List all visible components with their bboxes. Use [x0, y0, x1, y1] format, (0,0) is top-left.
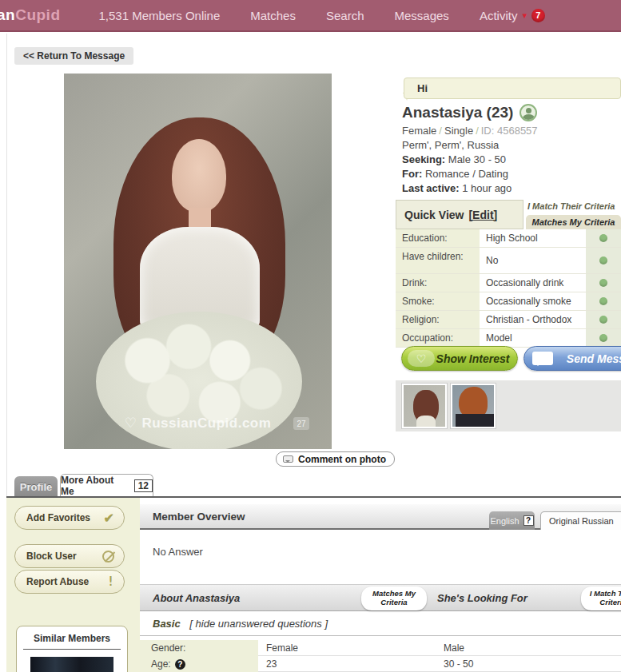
exclamation-icon: !	[107, 575, 114, 589]
quick-view-table: Education: High School Have children: No…	[396, 229, 621, 348]
match-indicator-dot	[599, 234, 607, 242]
member-gender: Female	[402, 125, 436, 137]
similar-members-panel: Similar Members	[16, 626, 128, 672]
match-indicator-dot	[599, 316, 607, 324]
looking-age-value: 30 - 50	[444, 658, 473, 670]
nav-messages[interactable]: Messages	[395, 9, 449, 22]
table-row: Religion: Christian - Orthodox	[396, 311, 621, 329]
similar-member-thumbnail[interactable]	[30, 657, 113, 672]
comment-on-photo-button[interactable]: Comment on photo	[276, 451, 395, 467]
send-message-button[interactable]: Send Message	[523, 346, 621, 371]
match-indicator-dot	[599, 297, 607, 305]
return-to-message-button[interactable]: << Return To Message	[14, 47, 133, 65]
nav-activity[interactable]: Activity ▾ 7	[480, 9, 545, 22]
photo-watermark: ♡RussianCupid.com	[64, 415, 332, 431]
site-logo[interactable]: anCupid	[0, 6, 61, 24]
heart-icon: ♡	[125, 416, 137, 431]
similar-members-title: Similar Members	[23, 626, 121, 650]
hide-unanswered-questions-link[interactable]: [ hide unanswered questions ]	[189, 618, 328, 630]
table-row: Age: ? 23 30 - 50	[140, 656, 621, 672]
chevron-down-icon: ▾	[522, 10, 527, 21]
heart-icon: ♡	[408, 350, 435, 367]
member-seeking: Seeking: Male 30 - 50	[402, 153, 506, 165]
language-tab-original-russian[interactable]: Original Russian	[540, 511, 621, 530]
block-icon	[102, 551, 114, 563]
greeting-message-bubble: Hi	[404, 78, 621, 99]
speech-bubble-icon	[532, 352, 553, 365]
basic-section-header: Basic [ hide unanswered questions ]	[153, 618, 328, 630]
member-id: ID: 4568557	[481, 125, 538, 137]
member-location: Perm', Perm', Russia	[402, 139, 499, 151]
profile-page: anCupid 1,531 Members Online Matches Sea…	[0, 0, 621, 672]
photo-thumbnail-2[interactable]	[451, 384, 496, 428]
member-for: For: Romance / Dating	[402, 168, 508, 180]
basic-divider	[140, 635, 621, 636]
about-member-title: About Anastasiya	[153, 592, 240, 604]
table-row: Occupation: Model	[396, 329, 621, 348]
nav-items: 1,531 Members Online Matches Search Mess…	[99, 9, 545, 22]
table-row: Smoke: Occasionally smoke	[396, 292, 621, 311]
show-interest-button[interactable]: ♡ Show Interest	[401, 346, 518, 371]
nav-search[interactable]: Search	[326, 9, 364, 22]
matches-my-criteria-badge: Matches My Criteria	[361, 587, 427, 610]
looking-gender-value: Male	[444, 642, 464, 654]
member-name-age: Anastasiya (23)	[402, 104, 537, 121]
nav-members-online[interactable]: 1,531 Members Online	[99, 9, 221, 22]
block-user-button[interactable]: Block User	[14, 544, 125, 568]
top-navbar: anCupid 1,531 Members Online Matches Sea…	[0, 0, 621, 32]
table-row: Gender: Female Male	[140, 640, 621, 656]
help-icon[interactable]: ?	[523, 515, 534, 526]
nav-matches[interactable]: Matches	[250, 9, 296, 22]
member-meta-line: Female/Single/ID: 4568557	[402, 125, 538, 137]
photo-thumbnail-strip	[396, 380, 621, 431]
online-status-person-icon	[519, 104, 537, 121]
activity-count-badge[interactable]: 7	[531, 9, 545, 22]
more-about-me-count: 12	[134, 479, 153, 492]
language-tab-english[interactable]: English ?	[489, 511, 535, 530]
quick-view-header: Quick View [Edit]	[396, 200, 523, 229]
match-indicator-dot	[599, 334, 607, 342]
tab-profile[interactable]: Profile	[14, 476, 58, 497]
tab-more-about-me[interactable]: More About Me 12	[60, 474, 153, 497]
main-content: Member Overview English ? Original Russi…	[140, 498, 621, 672]
overview-body-text: No Answer	[153, 546, 203, 558]
i-match-their-criteria-badge: I Match Their Criteria	[581, 587, 621, 610]
i-match-their-criteria-tab[interactable]: I Match Their Criteria	[527, 201, 621, 211]
left-sidebar: Add Favorites ✔ Block User Report Abuse …	[6, 498, 140, 672]
her-gender-value: Female	[266, 642, 298, 654]
photo-thumbnail-1[interactable]	[402, 384, 447, 428]
matches-my-criteria-tab[interactable]: Matches My Criteria	[526, 215, 621, 229]
add-favorites-button[interactable]: Add Favorites ✔	[14, 506, 125, 530]
match-indicator-dot	[599, 279, 607, 287]
about-section-bar: About Anastasiya Matches My Criteria She…	[140, 584, 621, 611]
quick-view-edit-link[interactable]: [Edit]	[468, 209, 497, 221]
photo-face-shape	[172, 139, 226, 213]
member-last-active: Last active: 1 hour ago	[402, 182, 512, 194]
question-mark-icon[interactable]: ?	[175, 659, 185, 670]
member-overview-title: Member Overview	[153, 511, 245, 523]
checkmark-icon: ✔	[104, 511, 114, 526]
table-row: Have children: No	[396, 248, 621, 274]
shes-looking-for-title: She's Looking For	[437, 592, 527, 604]
match-indicator-dot	[599, 256, 607, 264]
her-age-value: 23	[266, 658, 277, 670]
report-abuse-button[interactable]: Report Abuse !	[14, 570, 125, 594]
table-row: Education: High School	[396, 229, 621, 248]
speech-bubble-icon	[283, 455, 293, 463]
profile-photo[interactable]: ♡RussianCupid.com 27	[64, 74, 332, 449]
table-row: Drink: Occasionally drink	[396, 274, 621, 292]
photo-count-badge: 27	[293, 417, 309, 430]
member-status: Single	[444, 125, 473, 137]
